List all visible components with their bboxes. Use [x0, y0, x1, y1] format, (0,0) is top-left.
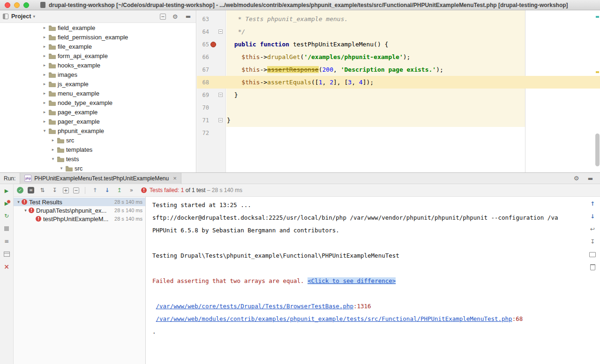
chevron-down-icon[interactable]: ▾: [50, 156, 56, 161]
editor-line[interactable]: 70: [197, 101, 600, 114]
gutter-cell[interactable]: 72: [197, 126, 226, 139]
next-failed-test-button[interactable]: ↓: [103, 186, 111, 194]
chevron-down-icon[interactable]: ▾: [41, 128, 48, 133]
clear-all-button[interactable]: [589, 263, 597, 271]
project-tree-item[interactable]: ▸form_api_example: [0, 51, 196, 60]
editor-scrollbar-thumb[interactable]: [595, 134, 600, 166]
project-tree-item[interactable]: ▸src: [0, 135, 196, 145]
chevron-right-icon[interactable]: ▸: [41, 53, 48, 58]
editor-line[interactable]: 69 }: [197, 89, 600, 101]
hide-run-panel-button[interactable]: ▬: [586, 175, 594, 182]
chevron-down-icon[interactable]: ▾: [58, 166, 65, 171]
chevron-down-icon[interactable]: ▾: [33, 14, 35, 19]
fold-marker[interactable]: [217, 30, 224, 34]
test-tree-item[interactable]: ▾Drupal\Tests\phpunit_ex...28 s 140 ms: [14, 206, 145, 215]
chevron-down-icon[interactable]: ▾: [15, 200, 22, 204]
collapse-all-button[interactable]: −: [160, 14, 166, 20]
test-tree-item[interactable]: ▾Test Results28 s 140 ms: [14, 198, 145, 206]
scroll-to-end-button[interactable]: ↧: [589, 238, 597, 245]
show-passed-button[interactable]: ✓: [17, 187, 23, 193]
expand-all-button[interactable]: +: [63, 187, 69, 193]
fold-marker[interactable]: [217, 118, 224, 122]
project-tree-item[interactable]: ▸field_permission_example: [0, 32, 196, 42]
chevron-right-icon[interactable]: ▸: [41, 91, 48, 96]
window-close-button[interactable]: [5, 2, 10, 8]
gutter-cell[interactable]: 63: [197, 13, 226, 25]
project-tree-item[interactable]: ▸pager_example: [0, 117, 196, 126]
gutter-cell[interactable]: 71: [197, 114, 226, 126]
editor-line[interactable]: 63 * Tests phpunit_example menus.: [197, 13, 600, 25]
editor-line[interactable]: 64 */: [197, 25, 600, 38]
project-tree-item[interactable]: ▸hooks_example: [0, 60, 196, 70]
editor-line[interactable]: 67 $this->assertResponse(200, 'Descripti…: [197, 63, 600, 76]
gutter-cell[interactable]: 68: [197, 76, 226, 89]
error-stripe-mark[interactable]: [596, 71, 599, 73]
project-tree-item[interactable]: ▸page_example: [0, 107, 196, 117]
chevron-right-icon[interactable]: ▸: [41, 100, 48, 105]
window-zoom-button[interactable]: [23, 2, 29, 8]
sort-alphabetically-button[interactable]: ⇅: [38, 186, 46, 194]
close-button[interactable]: ×: [3, 263, 11, 270]
project-tree-item[interactable]: ▾src: [0, 163, 196, 172]
show-statistics-button[interactable]: ≡: [3, 238, 11, 245]
chevron-right-icon[interactable]: ▸: [41, 63, 48, 67]
chevron-right-icon[interactable]: ▸: [41, 72, 48, 77]
gutter-cell[interactable]: 67: [197, 63, 226, 76]
console-link[interactable]: /var/www/web/core/tests/Drupal/Tests/Bro…: [156, 303, 353, 310]
gutter-cell[interactable]: 65: [197, 38, 226, 51]
editor-line[interactable]: 66 $this->drupalGet('/examples/phpunit-e…: [197, 51, 600, 63]
print-button[interactable]: [589, 251, 597, 258]
more-actions-chevron[interactable]: »: [128, 186, 135, 194]
gutter-cell[interactable]: 69: [197, 89, 226, 101]
show-ignored-button[interactable]: ≡: [28, 187, 34, 193]
rerun-failed-tests-button[interactable]: ▶: [3, 200, 11, 207]
sort-by-duration-button[interactable]: ↧: [51, 186, 59, 194]
project-tree-item[interactable]: ▸js_example: [0, 79, 196, 89]
code-editor[interactable]: 63 * Tests phpunit_example menus.64 */65…: [197, 10, 600, 172]
chevron-right-icon[interactable]: ▸: [41, 110, 48, 114]
console-link[interactable]: /var/www/web/modules/contrib/examples/ph…: [156, 315, 512, 322]
run-settings-gear-icon[interactable]: ⚙: [572, 175, 580, 182]
gutter-cell[interactable]: 66: [197, 51, 226, 63]
project-tree-item[interactable]: ▸templates: [0, 145, 196, 154]
close-tab-icon[interactable]: ×: [173, 175, 177, 182]
chevron-right-icon[interactable]: ▸: [50, 138, 56, 142]
window-minimize-button[interactable]: [14, 2, 20, 8]
chevron-down-icon[interactable]: ▾: [22, 208, 29, 213]
test-tree-item[interactable]: testPhpUnitExampleM...28 s 140 ms: [14, 215, 145, 223]
fold-marker[interactable]: [217, 93, 224, 97]
test-history-button[interactable]: ↥: [115, 186, 123, 194]
collapse-all-button[interactable]: −: [73, 187, 79, 193]
console-link[interactable]: <Click to see difference>: [308, 277, 396, 284]
chevron-right-icon[interactable]: ▸: [41, 35, 48, 39]
gutter-cell[interactable]: 70: [197, 101, 226, 114]
project-tree-item[interactable]: ▸node_type_example: [0, 98, 196, 107]
settings-gear-icon[interactable]: ⚙: [171, 13, 179, 20]
editor-line[interactable]: 68 $this->assertEquals([1, 2], [3, 4]);: [197, 76, 600, 89]
error-stripe-mark[interactable]: [596, 16, 599, 18]
failed-test-gutter-icon[interactable]: [209, 42, 217, 47]
project-tree-item[interactable]: ▸field_example: [0, 23, 196, 32]
rerun-tests-button[interactable]: ▶: [3, 187, 11, 194]
hide-panel-button[interactable]: ▬: [184, 13, 192, 20]
down-stack-trace-button[interactable]: ↓: [589, 213, 597, 220]
editor-line[interactable]: 71}: [197, 114, 600, 126]
gutter-cell[interactable]: 64: [197, 25, 226, 38]
chevron-right-icon[interactable]: ▸: [50, 147, 56, 152]
test-console[interactable]: Testing started at 13:25 ...sftp://docke…: [146, 197, 600, 364]
project-panel-title[interactable]: Project: [11, 13, 31, 20]
chevron-right-icon[interactable]: ▸: [41, 82, 48, 86]
project-tree-item[interactable]: ▸menu_example: [0, 89, 196, 98]
up-stack-trace-button[interactable]: ↑: [589, 200, 597, 208]
restore-layout-button[interactable]: [3, 250, 11, 258]
project-tree-item[interactable]: ▸file_example: [0, 42, 196, 51]
stop-button[interactable]: [3, 225, 11, 232]
previous-failed-test-button[interactable]: ↑: [91, 186, 99, 194]
project-tree-item[interactable]: ▾phpunit_example: [0, 126, 196, 135]
run-tab[interactable]: php PHPUnitExampleMenuTest.testPhpUnitEx…: [20, 173, 181, 184]
chevron-right-icon[interactable]: ▸: [41, 44, 48, 49]
chevron-right-icon[interactable]: ▸: [41, 25, 48, 30]
project-tree-item[interactable]: ▾tests: [0, 154, 196, 163]
project-tree-item[interactable]: ▸images: [0, 70, 196, 79]
editor-line[interactable]: 65 public function testPhpUnitExampleMen…: [197, 38, 600, 51]
